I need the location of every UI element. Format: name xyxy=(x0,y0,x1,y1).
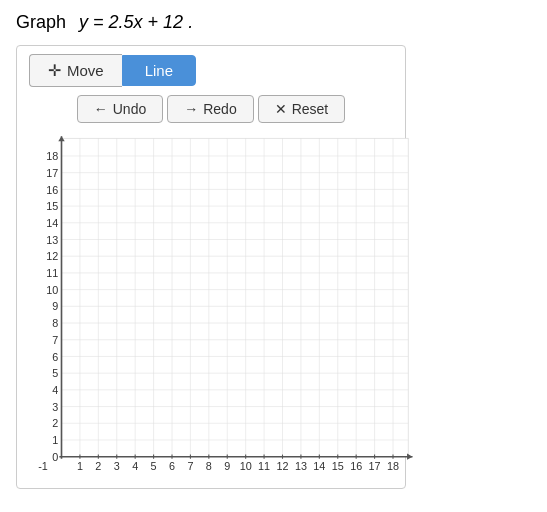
svg-text:8: 8 xyxy=(52,317,58,329)
svg-text:12: 12 xyxy=(276,460,288,472)
svg-text:14: 14 xyxy=(46,217,58,229)
svg-text:9: 9 xyxy=(224,460,230,472)
svg-text:4: 4 xyxy=(132,460,138,472)
redo-button[interactable]: → Redo xyxy=(167,95,253,123)
undo-label: Undo xyxy=(113,101,146,117)
reset-label: Reset xyxy=(292,101,329,117)
toggle-row: ✛ Move Line xyxy=(29,54,393,87)
graph-area[interactable]: 0 1 2 3 4 5 6 7 8 9 10 11 12 13 14 15 16 xyxy=(29,133,419,488)
svg-text:-1: -1 xyxy=(38,460,48,472)
svg-text:11: 11 xyxy=(46,267,58,279)
svg-text:16: 16 xyxy=(46,184,58,196)
svg-text:12: 12 xyxy=(46,251,58,263)
line-label: Line xyxy=(145,62,173,79)
svg-text:13: 13 xyxy=(295,460,307,472)
svg-text:0: 0 xyxy=(52,451,58,463)
redo-icon: → xyxy=(184,101,198,117)
reset-icon: ✕ xyxy=(275,101,287,117)
svg-text:6: 6 xyxy=(52,351,58,363)
undo-button[interactable]: ← Undo xyxy=(77,95,163,123)
redo-label: Redo xyxy=(203,101,236,117)
svg-text:18: 18 xyxy=(387,460,399,472)
graph-svg: 0 1 2 3 4 5 6 7 8 9 10 11 12 13 14 15 16 xyxy=(29,133,419,488)
svg-text:2: 2 xyxy=(95,460,101,472)
reset-button[interactable]: ✕ Reset xyxy=(258,95,346,123)
svg-text:5: 5 xyxy=(52,368,58,380)
svg-text:3: 3 xyxy=(114,460,120,472)
move-icon: ✛ xyxy=(48,61,61,80)
controls-box: ✛ Move Line ← Undo → Redo ✕ Reset xyxy=(16,45,406,489)
move-label: Move xyxy=(67,62,104,79)
svg-text:13: 13 xyxy=(46,234,58,246)
svg-text:7: 7 xyxy=(52,334,58,346)
svg-text:4: 4 xyxy=(52,384,58,396)
svg-text:10: 10 xyxy=(240,460,252,472)
page-container: Graph y = 2.5x + 12 . ✛ Move Line ← Undo… xyxy=(0,0,547,497)
svg-text:14: 14 xyxy=(313,460,325,472)
action-row: ← Undo → Redo ✕ Reset xyxy=(29,95,393,123)
svg-text:2: 2 xyxy=(52,418,58,430)
svg-text:1: 1 xyxy=(52,434,58,446)
svg-text:18: 18 xyxy=(46,150,58,162)
equation-display: Graph y = 2.5x + 12 . xyxy=(16,12,531,33)
svg-text:10: 10 xyxy=(46,284,58,296)
svg-text:17: 17 xyxy=(46,167,58,179)
svg-text:11: 11 xyxy=(258,460,270,472)
svg-text:17: 17 xyxy=(369,460,381,472)
svg-text:5: 5 xyxy=(151,460,157,472)
svg-text:9: 9 xyxy=(52,301,58,313)
graph-prefix: Graph xyxy=(16,12,66,33)
svg-text:8: 8 xyxy=(206,460,212,472)
svg-text:6: 6 xyxy=(169,460,175,472)
svg-text:7: 7 xyxy=(187,460,193,472)
move-button[interactable]: ✛ Move xyxy=(29,54,122,87)
svg-text:16: 16 xyxy=(350,460,362,472)
equation-math: y = 2.5x + 12 . xyxy=(79,12,193,33)
svg-text:15: 15 xyxy=(332,460,344,472)
svg-marker-40 xyxy=(407,454,412,460)
undo-icon: ← xyxy=(94,101,108,117)
svg-text:3: 3 xyxy=(52,401,58,413)
svg-text:1: 1 xyxy=(77,460,83,472)
svg-text:15: 15 xyxy=(46,200,58,212)
line-button[interactable]: Line xyxy=(122,55,196,86)
